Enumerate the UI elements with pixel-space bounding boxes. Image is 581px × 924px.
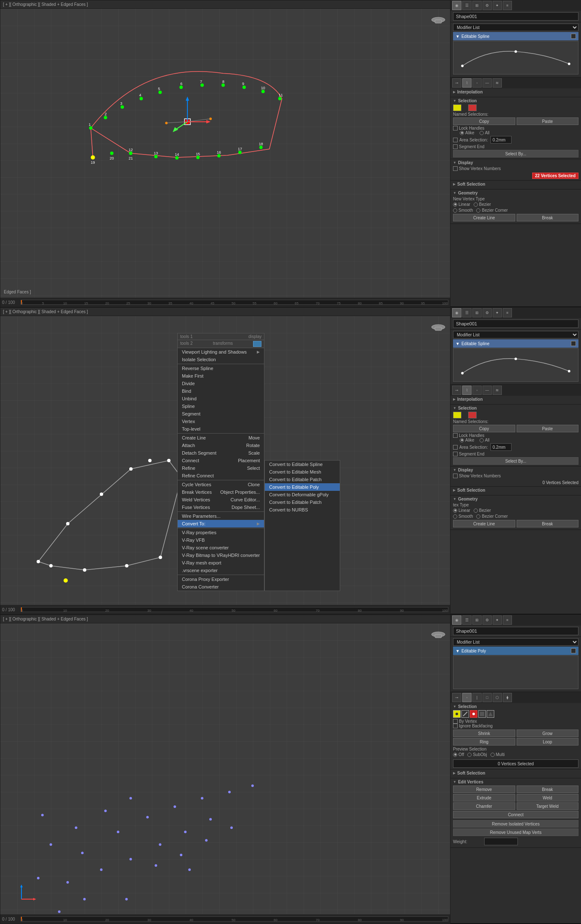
rp3-subobj-radio[interactable]: SubObj [467,752,487,757]
rp1-linear-radio[interactable]: Linear [453,202,470,207]
cm-spline[interactable]: Spline [178,402,264,410]
rp1-bezier-corner-radio[interactable]: Bezier Corner [476,208,508,213]
rp2-smooth-radio[interactable]: Smooth [453,514,473,519]
rp1-show-vert-num[interactable]: Show Vertex Numbers [453,166,578,171]
rp1-bezier-radio[interactable]: Bezier [474,202,491,207]
cm-corona-proxy[interactable]: Corona Proxy Exporter [178,575,264,583]
rp1-icon-vert[interactable]: ◦ [472,78,482,88]
rp3-icon-elem[interactable]: ⧫ [503,693,512,702]
viewport3-timeline[interactable]: 0 / 100 0 10 20 30 40 50 60 70 80 90 [0,914,450,924]
cm-vrscene[interactable]: .vrscene exporter [178,567,264,574]
cm-viewport-lighting[interactable]: Viewport Lighting and Shadows ▶ [178,348,264,356]
cm-reverse[interactable]: Reverse Spline [178,365,264,372]
sm-nurbs[interactable]: Convert to NURBS [265,506,340,514]
rp3-ring-btn[interactable]: Ring [453,738,515,746]
rp2-paste-btn[interactable]: Paste [517,425,579,432]
rp1-lock-handles[interactable]: Lock Handles [453,126,578,130]
rp2-icon-vert[interactable]: ◦ [472,386,482,395]
cm-vray-scene[interactable]: V-Ray scene converter [178,544,264,551]
rp3-extrude-btn[interactable]: Extrude [453,794,515,802]
rp2-create-line-btn[interactable]: Create Line [453,520,515,527]
sm-editable-poly[interactable]: Convert to Editable Poly [265,483,340,491]
cm-vray-bitmap[interactable]: V-Ray Bitmap to VRayHDRI converter [178,551,264,559]
rp3-connect-btn[interactable]: Connect [453,811,578,818]
cm-refine-connect[interactable]: Refine Connect [178,472,264,479]
rp2-break-btn[interactable]: Break [517,520,579,527]
rp3-target-weld-btn[interactable]: Target Weld [517,802,579,810]
viewport2-timeline[interactable]: 0 / 100 0 10 20 30 40 50 60 70 80 90 [0,605,450,614]
cm-vray-vfb[interactable]: V-Ray VFB [178,536,264,544]
cm-convert-to[interactable]: Convert To: ▶ [178,520,264,527]
timeline2-track[interactable]: 0 10 20 30 40 50 60 70 80 90 100 [21,607,448,612]
rp2-swatch-red[interactable] [468,412,477,418]
cm-segment[interactable]: Segment [178,410,264,418]
rp2-tab-display[interactable]: ⊞ [472,308,482,317]
cm-connect[interactable]: Connect Placement [178,457,264,464]
rp2-modifier-dropdown[interactable]: Modifier List [453,331,578,338]
rp2-seg-end[interactable]: Segment End [453,452,578,456]
rp3-icon-sel[interactable]: ⊸ [452,693,461,702]
rp2-all-radio[interactable]: All [480,438,490,442]
rp3-icon-poly[interactable]: ⬡ [493,693,502,702]
rp2-bezier-corner-radio[interactable]: Bezier Corner [476,514,508,519]
rp3-modifier-item[interactable]: ▼ Editable Poly [453,647,578,655]
rp1-create-line-btn[interactable]: Create Line [453,214,515,221]
rp3-tab-tools[interactable]: ☰ [462,615,472,625]
rp3-remove-btn[interactable]: Remove [453,786,515,793]
rp2-tab-tools[interactable]: ☰ [462,308,472,317]
cm-toplevel[interactable]: Top-level [178,425,264,433]
viewport1-canvas[interactable]: 1 2 3 4 5 6 7 8 9 10 11 12 13 14 15 16 1 [0,9,450,298]
rp3-vert-btn-elem[interactable] [487,710,494,718]
viewport3-canvas[interactable] [0,623,450,914]
rp3-multi-radio[interactable]: Multi [490,752,505,757]
cm-bind[interactable]: Bind [178,387,264,395]
rp1-select-by-btn[interactable]: Select By... [453,150,578,157]
sm-editable-patch[interactable]: Convert to Editable Patch [265,476,340,483]
rp2-show-vert-num[interactable]: Show Vertex Numbers [453,474,578,478]
rp2-tab-6[interactable]: ≡ [503,308,512,317]
rp1-icon-extra2[interactable]: ≋ [493,78,502,88]
cm-vray-props[interactable]: V-Ray properties [178,529,264,536]
cm-isolate[interactable]: Isolate Selection [178,356,264,363]
cm-weld-v[interactable]: Weld Vertices Curve Editor... [178,496,264,503]
rp1-tab-5[interactable]: ✦ [493,1,502,10]
rp3-vert-btn-red[interactable] [470,710,477,718]
rp2-area-sel-cb[interactable] [453,445,458,450]
rp2-lock-handles[interactable]: Lock Handles [453,433,578,438]
rp1-smooth-radio[interactable]: Smooth [453,208,473,213]
cm-break-v[interactable]: Break Vertices Object Properties... [178,488,264,496]
rp1-tab-extra[interactable]: ⚙ [482,1,492,10]
rp2-linear-radio[interactable]: Linear [453,508,470,513]
cm-make-first[interactable]: Make First [178,372,264,380]
rp1-tab-display[interactable]: ⊞ [472,1,482,10]
sm-editable-mesh[interactable]: Convert to Editable Mesh [265,468,340,476]
rp2-modifier-item[interactable]: ▼ Editable Spline [453,339,578,348]
context-menu[interactable]: tools 1 display tools 2 transforms Viewp… [177,333,340,591]
rp3-icon-vert[interactable]: ◦ [462,693,472,702]
rp3-remove-isolated-btn[interactable]: Remove Isolated Vertices [453,820,578,828]
rp1-break-btn[interactable]: Break [517,214,579,221]
rp3-ignore-backfacing[interactable]: Ignore Backfacing [453,724,578,728]
rp3-break-btn[interactable]: Break [517,786,579,793]
rp2-alike-radio[interactable]: Alike [460,438,474,442]
rp2-select-by-btn[interactable]: Select By... [453,457,578,465]
rp3-remove-unused-btn[interactable]: Remove Unused Map Verts [453,828,578,836]
sm-editable-spline[interactable]: Convert to Editable Spline [265,461,340,468]
rp1-swatch-red[interactable] [468,104,477,111]
rp3-weld-btn[interactable]: Weld [517,794,579,802]
sm-deformable-gpoly[interactable]: Convert to Deformable gPoly [265,491,340,498]
rp1-modifier-dropdown[interactable]: Modifier List [453,24,578,31]
rp3-grow-btn[interactable]: Grow [517,730,579,737]
rp2-icon-seg[interactable]: — [482,386,492,395]
rp1-tab-tools[interactable]: ☰ [462,1,472,10]
cm-corona-converter[interactable]: Corona Converter [178,583,264,591]
cm-detach[interactable]: Detach Segment Scale [178,449,264,457]
rp2-icon-sel[interactable]: ⊸ [452,386,461,395]
rp1-area-sel-input[interactable] [490,136,512,144]
rp1-area-sel-cb[interactable] [453,138,458,142]
rp1-tab-6[interactable]: ≡ [503,1,512,10]
cm-attach[interactable]: Attach Rotate [178,442,264,449]
rp1-object-name-input[interactable] [453,12,578,21]
rp3-icon-edge[interactable]: | [472,693,482,702]
rp3-chamfer-btn[interactable]: Chamfer [453,802,515,810]
